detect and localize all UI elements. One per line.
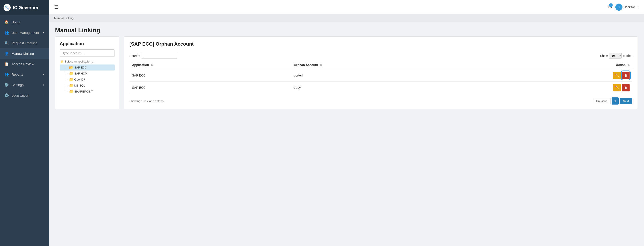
sidebar-label-manual-linking: Manual Linking — [12, 52, 44, 55]
edit-button[interactable]: ✏️ — [613, 84, 621, 91]
edit-button[interactable]: ✏️ — [613, 72, 621, 79]
content-area: Application 📁 Select an application ... … — [49, 37, 644, 115]
col-application[interactable]: Application ⇅ — [130, 61, 291, 69]
table-footer: Showing 1 to 2 of 2 entries Previous 1 N… — [130, 97, 632, 104]
user-avatar: J — [615, 4, 622, 11]
tree-root: 📁 Select an application ... — [60, 60, 115, 63]
folder-icon: 📁 — [69, 89, 74, 94]
access-review-icon: 📋 — [4, 62, 9, 66]
sidebar-label-access-review: Access Review — [12, 62, 44, 66]
show-label: Show — [600, 54, 608, 58]
tree-item-opendj[interactable]: ├─ 📁 OpenDJ — [60, 76, 115, 82]
app-panel-title: Application — [60, 41, 115, 46]
folder-icon: 📁 — [69, 71, 74, 76]
sidebar-item-home[interactable]: 🏠 Home — [0, 17, 49, 27]
logo-icon: 🐾 — [4, 4, 11, 11]
page-title: Manual Linking — [55, 27, 638, 34]
folder-icon: 📁 — [69, 77, 74, 82]
table-header-row: Application ⇅ Orphan Account ⇅ Action ⇅ — [130, 61, 632, 69]
hamburger-button[interactable]: ☰ — [54, 4, 58, 10]
user-menu[interactable]: J Jackson ▾ — [615, 4, 639, 11]
sidebar-logo: 🐾 IC Governor — [0, 0, 49, 15]
tree-label-ms-sql: MS SQL — [74, 84, 85, 87]
next-button[interactable]: Next — [620, 98, 632, 104]
action-cell: ✏️🗑 — [501, 72, 630, 79]
tree-root-icon: 📁 — [60, 60, 64, 63]
topbar: ☰ ✉ 1 J Jackson ▾ — [49, 0, 644, 14]
tree-item-sap-hcm[interactable]: ├─ 📁 SAP HCM — [60, 70, 115, 76]
tree-connector: └─ — [64, 90, 68, 93]
request-tracking-icon: 🔍 — [4, 41, 9, 45]
cell-application: SAP ECC — [130, 69, 291, 82]
tree-connector: ├─ — [64, 66, 68, 69]
tree-root-label: Select an application ... — [64, 60, 94, 63]
tree-connector: ├─ — [64, 72, 68, 75]
pagination: Previous 1 Next — [593, 97, 632, 104]
sidebar-item-settings[interactable]: ⚙️ Settings ▾ — [0, 80, 49, 90]
data-toolbar: Search: Show 10 25 50 100 entries — [130, 53, 632, 59]
app-panel: Application 📁 Select an application ... … — [55, 37, 120, 109]
localization-icon: ⚙️ — [4, 93, 9, 97]
data-table: Application ⇅ Orphan Account ⇅ Action ⇅ — [130, 61, 632, 94]
cell-application: SAP ECC — [130, 82, 291, 94]
user-name: Jackson — [624, 5, 636, 9]
tree-item-sap-ecc[interactable]: ├─ 📂 SAP ECC — [60, 64, 115, 70]
user-management-arrow: ▾ — [43, 31, 44, 34]
previous-button[interactable]: Previous — [593, 98, 611, 104]
sidebar-item-user-management[interactable]: 👥 User Management ▾ — [0, 27, 49, 38]
mail-badge: 1 — [609, 3, 613, 7]
data-panel: [SAP ECC] Orphan Account Search: Show 10… — [124, 37, 638, 109]
settings-arrow: ▾ — [43, 83, 44, 86]
manual-linking-icon: 👤 — [4, 51, 9, 56]
folder-icon: 📁 — [69, 83, 74, 88]
showing-text: Showing 1 to 2 of 2 entries — [130, 99, 164, 103]
sidebar-item-reports[interactable]: 👥 Reports ▾ — [0, 69, 49, 80]
tree-connector: ├─ — [64, 84, 68, 87]
app-search-input[interactable] — [60, 49, 115, 57]
show-select[interactable]: 10 25 50 100 — [609, 53, 622, 59]
tree-connector: ├─ — [64, 78, 68, 81]
delete-button[interactable]: 🗑 — [622, 72, 630, 79]
tree-item-sharepoint[interactable]: └─ 📁 SHAREPOINT — [60, 88, 115, 94]
sidebar-item-access-review[interactable]: 📋 Access Review — [0, 59, 49, 69]
cell-action: ✏️🗑 — [498, 82, 632, 94]
user-management-icon: 👥 — [4, 31, 9, 35]
cell-orphan-account: porterl — [291, 69, 498, 82]
sidebar-label-home: Home — [12, 20, 44, 24]
search-row: Search: — [130, 53, 177, 59]
reports-icon: 👥 — [4, 72, 9, 76]
cell-action: ✏️🗑 — [498, 69, 632, 82]
sort-icon-orphan-account: ⇅ — [320, 64, 322, 67]
topbar-left: ☰ — [54, 4, 58, 10]
sort-icon-action: ⇅ — [627, 64, 630, 67]
delete-button[interactable]: 🗑 — [622, 84, 630, 91]
page-header: Manual Linking — [49, 22, 644, 37]
cell-orphan-account: traey — [291, 82, 498, 94]
show-suffix: entries — [623, 54, 632, 58]
data-search-input[interactable] — [142, 53, 177, 59]
breadcrumb: Manual Linking — [49, 14, 644, 22]
col-orphan-account[interactable]: Orphan Account ⇅ — [291, 61, 498, 69]
sidebar-item-localization[interactable]: ⚙️ Localization — [0, 90, 49, 100]
page-number[interactable]: 1 — [612, 97, 619, 104]
settings-icon: ⚙️ — [4, 83, 9, 87]
tree-item-ms-sql[interactable]: ├─ 📁 MS SQL — [60, 82, 115, 88]
user-dropdown-arrow: ▾ — [637, 6, 639, 9]
sidebar-label-settings: Settings — [12, 83, 40, 87]
mail-button[interactable]: ✉ 1 — [608, 4, 612, 10]
tree-label-opendj: OpenDJ — [74, 78, 85, 81]
show-row: Show 10 25 50 100 entries — [600, 53, 632, 59]
home-icon: 🏠 — [4, 20, 9, 24]
col-action[interactable]: Action ⇅ — [498, 61, 632, 69]
sort-icon-application: ⇅ — [151, 64, 153, 67]
table-row: SAP ECCtraey✏️🗑 — [130, 82, 632, 94]
sidebar-label-user-management: User Management — [12, 31, 40, 35]
sidebar-nav: 🏠 Home 👥 User Management ▾ 🔍 Request Tra… — [0, 15, 49, 246]
data-panel-title: [SAP ECC] Orphan Account — [130, 41, 632, 49]
tree-label-sharepoint: SHAREPOINT — [74, 90, 93, 93]
topbar-right: ✉ 1 J Jackson ▾ — [608, 4, 639, 11]
main: ☰ ✉ 1 J Jackson ▾ Manual Linking Manual … — [49, 0, 644, 246]
sidebar-item-request-tracking[interactable]: 🔍 Request Tracking — [0, 38, 49, 48]
sidebar-item-manual-linking[interactable]: 👤 Manual Linking — [0, 48, 49, 59]
table-row: SAP ECCporterl✏️🗑 — [130, 69, 632, 82]
